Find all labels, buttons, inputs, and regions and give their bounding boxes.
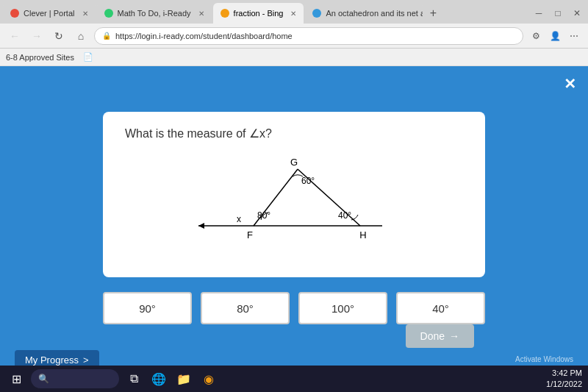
nav-bar: ← → ↻ ⌂ 🔒 https://login.i-ready.com/stud… <box>0 24 588 49</box>
lock-icon: 🔒 <box>102 32 111 40</box>
geometry-diagram: G 60° x 80° 40° F H <box>184 152 404 255</box>
extensions-icon[interactable]: ⚙ <box>528 28 544 44</box>
home-button[interactable]: ⌂ <box>72 27 90 45</box>
profile-icon[interactable]: 👤 <box>547 28 563 44</box>
maximize-button[interactable]: □ <box>550 5 566 21</box>
clock-time: 3:42 PM <box>546 368 582 379</box>
tab-bing[interactable]: fraction - Bing ✕ <box>213 3 304 24</box>
bing-favicon <box>220 9 229 18</box>
address-text: https://login.i-ready.com/student/dashbo… <box>115 32 293 40</box>
tab-bar: Clever | Portal ✕ Math To Do, i-Ready ✕ … <box>0 0 588 24</box>
bookmark-bar: 6-8 Approved Sites 📄 <box>0 49 588 66</box>
main-content: ✕ What is the measure of ∠x? G <box>0 66 588 392</box>
taskbar-search[interactable]: 🔍 <box>31 369 119 388</box>
answer-a[interactable]: 90° <box>103 292 192 324</box>
taskbar-search-icon: 🔍 <box>38 374 49 384</box>
taskbar: ⊞ 🔍 ⧉ 🌐 📁 ◉ 3:42 PM 1/12/2022 <box>0 366 588 392</box>
answer-d[interactable]: 40° <box>396 292 485 324</box>
label-x: x <box>237 214 241 224</box>
label-G: G <box>290 157 298 168</box>
taskview-button[interactable]: ⧉ <box>123 368 144 389</box>
new-tab-button[interactable]: + <box>424 4 442 22</box>
close-button[interactable]: ✕ <box>564 75 576 93</box>
more-icon[interactable]: ⋯ <box>566 28 582 44</box>
tab-iready[interactable]: Math To Do, i-Ready ✕ <box>97 3 212 24</box>
start-button[interactable]: ⊞ <box>6 368 26 389</box>
label-H: H <box>359 229 366 240</box>
tab-clever[interactable]: Clever | Portal ✕ <box>3 3 96 24</box>
clock-date: 1/12/2022 <box>546 379 582 390</box>
files-taskbar-icon[interactable]: 📁 <box>173 368 194 389</box>
forward-button[interactable]: → <box>28 27 46 45</box>
clever-favicon <box>10 9 19 18</box>
answer-choices: 90° 80° 100° 40° <box>103 292 485 324</box>
browser-chrome: Clever | Portal ✕ Math To Do, i-Ready ✕ … <box>0 0 588 66</box>
tab-octahedron[interactable]: An octahedron and its net are s… ✕ <box>305 3 423 24</box>
minimize-button[interactable]: ─ <box>531 5 547 21</box>
angle-60: 60° <box>301 176 315 186</box>
iready-favicon <box>104 9 113 18</box>
taskbar-time: 3:42 PM 1/12/2022 <box>546 368 582 391</box>
tab-iready-close[interactable]: ✕ <box>198 10 204 18</box>
taskbar-right: 3:42 PM 1/12/2022 <box>546 368 582 391</box>
bookmark-item[interactable]: 6-8 Approved Sites <box>6 53 74 62</box>
tab-clever-close[interactable]: ✕ <box>82 10 88 18</box>
tab-bing-close[interactable]: ✕ <box>290 10 296 18</box>
window-close-button[interactable]: ✕ <box>569 5 585 21</box>
address-bar[interactable]: 🔒 https://login.i-ready.com/student/dash… <box>94 27 523 45</box>
diagram-area: G 60° x 80° 40° F H <box>125 152 463 255</box>
label-F: F <box>247 229 253 240</box>
done-button[interactable]: Done → <box>406 324 474 348</box>
bookmark-icon: 📄 <box>83 52 93 62</box>
tab-octahedron-label: An octahedron and its net are s… <box>326 9 423 18</box>
done-label: Done <box>420 330 445 342</box>
tab-bing-label: fraction - Bing <box>234 9 284 18</box>
angle-40: 40° <box>338 210 351 221</box>
browser-taskbar-icon[interactable]: ◉ <box>198 368 219 389</box>
my-progress-label: My Progress <box>25 354 79 366</box>
octahedron-favicon <box>312 9 321 18</box>
svg-marker-1 <box>198 223 204 229</box>
tab-iready-label: Math To Do, i-Ready <box>118 9 191 18</box>
answer-c[interactable]: 100° <box>298 292 387 324</box>
my-progress-arrow: > <box>83 354 89 366</box>
angle-80: 80° <box>257 210 270 221</box>
tab-clever-label: Clever | Portal <box>24 9 75 18</box>
edge-taskbar-icon[interactable]: 🌐 <box>148 368 169 389</box>
question-text: What is the measure of ∠x? <box>125 126 463 140</box>
refresh-button[interactable]: ↻ <box>50 27 68 45</box>
activate-line1: Activate Windows <box>457 354 573 365</box>
question-card: What is the measure of ∠x? G 60° <box>103 112 485 277</box>
done-arrow: → <box>449 330 459 342</box>
answer-b[interactable]: 80° <box>201 292 290 324</box>
nav-icons: ⚙ 👤 ⋯ <box>528 28 582 44</box>
back-button[interactable]: ← <box>6 27 24 45</box>
